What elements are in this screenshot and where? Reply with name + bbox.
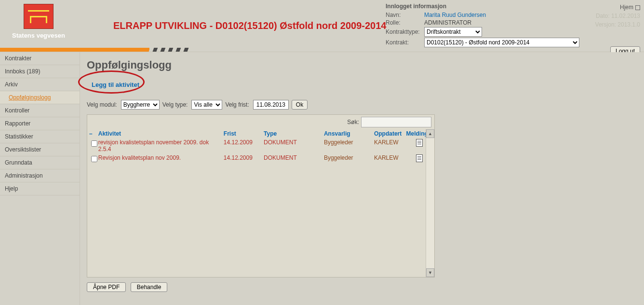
col-aktivitet[interactable]: Aktivitet [96,129,222,138]
row-frist: 14.12.2009 [222,138,262,153]
row-oppdatert: KARLEW [372,138,404,153]
table-row: revisjon kvalistetsplan november 2009. d… [87,138,434,153]
message-icon[interactable] [416,139,423,147]
open-pdf-button[interactable]: Åpne PDF [87,282,126,292]
home-link[interactable]: Hjem [595,3,640,12]
row-ansvarlig: Byggeleder [322,153,372,165]
kontrakt-label: Kontrakt: [386,39,424,46]
brand-block: Statens vegvesen [10,4,67,39]
sort-indicator-icon: – [89,130,93,137]
decorative-stripe [0,48,644,52]
brand-name: Statens vegvesen [10,32,67,39]
col-type[interactable]: Type [262,129,322,138]
row-frist: 14.12.2009 [222,153,262,165]
behandle-button[interactable]: Behandle [131,282,168,292]
kontrakttype-select[interactable]: Driftskontrakt [424,27,482,37]
rolle-value: ADMINISTRATOR [424,19,471,26]
sidebar: Kontrakter Innboks (189) Arkiv Oppfølgin… [0,52,80,305]
search-input[interactable] [361,117,431,127]
banner-title: ELRAPP UTVIKLING - D0102(15120) Østfold … [113,20,386,31]
sidebar-item-statistikker[interactable]: Statistikker [0,130,80,143]
kontrakt-select[interactable]: D0102(15120) - Østfold nord 2009-2014 [424,38,579,47]
table-row: Revisjon kvalitetsplan nov 2009. 14.12.2… [87,153,434,165]
main-content: Oppfølgingslogg Legg til aktivitet Velg … [80,52,644,305]
sidebar-item-arkiv[interactable]: Arkiv [0,78,80,91]
frist-label: Velg frist: [225,101,249,108]
sidebar-item-kontrakter[interactable]: Kontrakter [0,52,80,65]
col-ansvarlig[interactable]: Ansvarlig [322,129,372,138]
row-oppdatert: KARLEW [372,153,404,165]
brand-logo-icon [24,4,54,29]
sidebar-item-oversiktslister[interactable]: Oversiktslister [0,143,80,156]
sidebar-item-hjelp[interactable]: Hjelp [0,182,80,195]
message-icon[interactable] [416,154,423,162]
scroll-up-icon[interactable]: ▲ [426,129,434,138]
scroll-down-icon[interactable]: ▼ [426,268,434,277]
search-label: Søk: [347,119,359,125]
row-ansvarlig: Byggeleder [322,138,372,153]
add-activity-link[interactable]: Legg til aktivitet [92,81,139,88]
row-type: DOKUMENT [262,138,322,153]
action-row: Åpne PDF Behandle [87,282,635,292]
modul-select[interactable]: Byggherre [121,100,160,110]
kontrakttype-label: Kontrakttype: [386,28,424,35]
scrollbar[interactable]: ▲ ▼ [426,129,434,277]
sidebar-item-oppfolgingslogg[interactable]: Oppfølgingslogg [0,91,80,104]
sidebar-item-administrasjon[interactable]: Administrasjon [0,169,80,182]
col-oppdatert[interactable]: Oppdatert [372,129,404,138]
activity-link[interactable]: revisjon kvalistetsplan november 2009. d… [98,139,209,152]
activity-grid: Søk: – Aktivitet Frist Type [87,114,435,277]
sidebar-item-rapporter[interactable]: Rapporter [0,117,80,130]
type-label: Velg type: [162,101,188,108]
modul-label: Velg modul: [87,101,117,108]
type-select[interactable]: Vis alle [191,100,222,110]
sidebar-item-innboks[interactable]: Innboks (189) [0,65,80,78]
sidebar-item-kontroller[interactable]: Kontroller [0,104,80,117]
rolle-label: Rolle: [386,19,424,26]
row-type: DOKUMENT [262,153,322,165]
external-icon [635,5,640,10]
row-checkbox[interactable] [91,140,97,147]
user-name-link[interactable]: Marita Ruud Gundersen [424,12,486,18]
page-title: Oppfølgingslogg [87,59,635,71]
col-frist[interactable]: Frist [222,129,262,138]
navn-label: Navn: [386,12,424,18]
info-date: Dato: 11.02.2013 [595,12,640,20]
sidebar-item-grunndata[interactable]: Grunndata [0,156,80,169]
login-info-panel: Innlogget informasjon Navn: Marita Ruud … [386,0,644,52]
activity-link[interactable]: Revisjon kvalitetsplan nov 2009. [98,154,181,161]
header: Statens vegvesen ELRAPP UTVIKLING - D010… [0,0,644,52]
info-version: Versjon: 2013.1.0 [595,20,640,29]
filter-row: Velg modul: Byggherre Velg type: Vis all… [87,100,635,110]
frist-input[interactable] [253,100,289,110]
filter-ok-button[interactable]: Ok [292,100,308,110]
row-checkbox[interactable] [91,156,97,162]
